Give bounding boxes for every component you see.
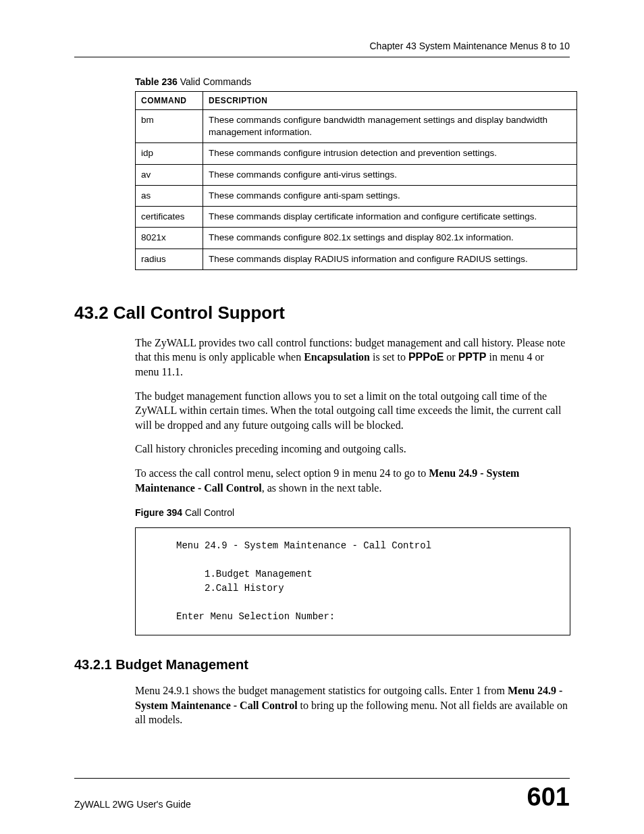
cell-desc: These commands configure 802.1x settings… (203, 228, 577, 249)
col-description: DESCRIPTION (203, 92, 577, 110)
table-row: bm These commands configure bandwidth ma… (136, 110, 577, 143)
text: is set to (370, 351, 408, 363)
chapter-header: Chapter 43 System Maintenance Menus 8 to… (74, 41, 570, 57)
cell-desc: These commands configure intrusion detec… (203, 143, 577, 164)
figure-caption-bold: Figure 394 (135, 507, 182, 518)
table-row: 8021x These commands configure 802.1x se… (136, 228, 577, 249)
table-row: radius These commands display RADIUS inf… (136, 249, 577, 269)
bold-text: PPTP (458, 351, 487, 363)
page-footer: ZyWALL 2WG User's Guide 601 (74, 778, 570, 810)
table-caption: Table 236 Valid Commands (135, 76, 570, 87)
cell-cmd: as (136, 185, 203, 206)
cell-desc: These commands display certificate infor… (203, 207, 577, 228)
text: Menu 24.9.1 shows the budget management … (135, 685, 508, 696)
cell-cmd: 8021x (136, 228, 203, 249)
figure-caption-rest: Call Control (182, 507, 234, 518)
paragraph: Call history chronicles preceding incomi… (135, 442, 570, 457)
paragraph: The budget management function allows yo… (135, 389, 570, 433)
cell-cmd: av (136, 164, 203, 185)
cell-cmd: certificates (136, 207, 203, 228)
table-caption-bold: Table 236 (135, 76, 178, 87)
cell-cmd: radius (136, 249, 203, 269)
cell-desc: These commands configure anti-virus sett… (203, 164, 577, 185)
cell-desc: These commands display RADIUS informatio… (203, 249, 577, 269)
figure-caption: Figure 394 Call Control (135, 507, 570, 518)
text: To access the call control menu, select … (135, 467, 429, 479)
table-header-row: COMMAND DESCRIPTION (136, 92, 577, 110)
bold-text: PPPoE (408, 351, 444, 363)
table-row: idp These commands configure intrusion d… (136, 143, 577, 164)
page-number: 601 (527, 784, 570, 810)
table-row: certificates These commands display cert… (136, 207, 577, 228)
subsection-heading: 43.2.1 Budget Management (74, 657, 570, 673)
section-heading: 43.2 Call Control Support (74, 303, 570, 323)
table-row: as These commands configure anti-spam se… (136, 185, 577, 206)
col-command: COMMAND (136, 92, 203, 110)
cell-desc: These commands configure bandwidth manag… (203, 110, 577, 143)
paragraph: Menu 24.9.1 shows the budget management … (135, 683, 570, 727)
table-row: av These commands configure anti-virus s… (136, 164, 577, 185)
cell-desc: These commands configure anti-spam setti… (203, 185, 577, 206)
cell-cmd: bm (136, 110, 203, 143)
table-caption-rest: Valid Commands (178, 76, 251, 87)
commands-table: COMMAND DESCRIPTION bm These commands co… (135, 91, 577, 270)
text: , as shown in the next table. (262, 482, 382, 494)
paragraph: The ZyWALL provides two call control fun… (135, 336, 570, 380)
bold-text: Encapsulation (304, 351, 370, 363)
text: or (444, 351, 458, 363)
cell-cmd: idp (136, 143, 203, 164)
menu-box: Menu 24.9 - System Maintenance - Call Co… (135, 527, 570, 635)
footer-guide-name: ZyWALL 2WG User's Guide (74, 799, 191, 810)
paragraph: To access the call control menu, select … (135, 466, 570, 495)
